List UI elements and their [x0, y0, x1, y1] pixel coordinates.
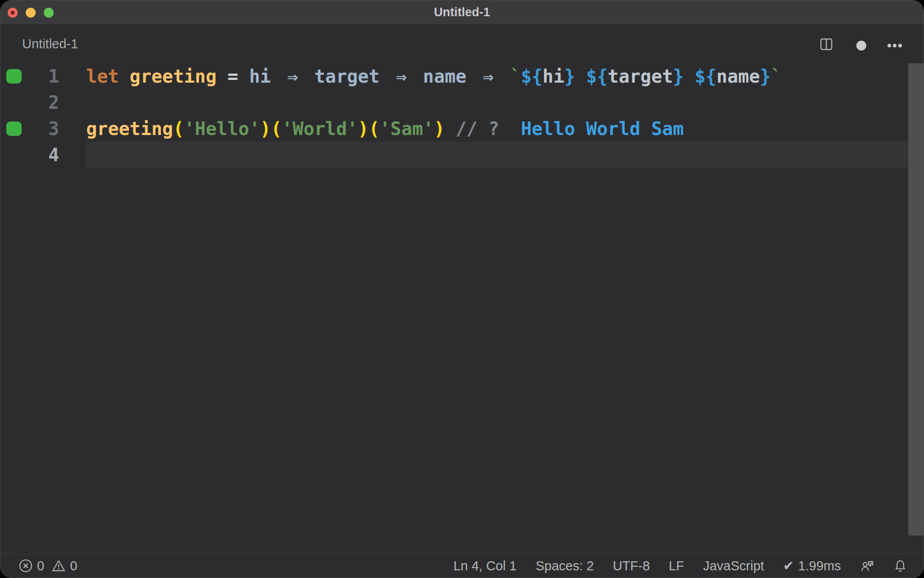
status-item-feedback[interactable]	[860, 559, 874, 573]
code-token: name	[423, 66, 467, 87]
code-token: `	[771, 66, 781, 87]
code-token: )	[434, 118, 445, 139]
code-token: let	[86, 66, 119, 87]
code-editor[interactable]: 1let greeting = hi ⇒ target ⇒ name ⇒ `${…	[0, 63, 924, 554]
split-editor-icon[interactable]	[819, 37, 833, 53]
status-item-label: 0	[70, 559, 77, 573]
traffic-lights	[8, 8, 54, 18]
code-token: (	[369, 118, 379, 139]
code-token: }	[564, 66, 575, 87]
code-token: target	[314, 66, 380, 87]
code-token: )	[260, 118, 271, 139]
zoom-button[interactable]	[44, 8, 54, 18]
code-token: (	[173, 118, 184, 139]
code-token: }	[673, 66, 684, 87]
code-token	[467, 66, 477, 87]
code-token: ${	[695, 66, 716, 87]
minimize-button[interactable]	[26, 8, 36, 18]
document-modified-dot	[11, 11, 15, 15]
code-token	[445, 118, 456, 139]
code-token	[304, 66, 314, 87]
status-item-label: LF	[669, 559, 684, 573]
status-item-eol-sequence[interactable]: LF	[669, 559, 684, 573]
code-line: 3greeting('Hello')('World')('Sam') // ? …	[0, 116, 924, 142]
status-bar: 00 Ln 4, Col 1Spaces: 2UTF-8LFJavaScript…	[0, 554, 924, 578]
status-item-warnings[interactable]: 0	[51, 559, 77, 573]
status-item-label: Spaces: 2	[536, 559, 594, 573]
code-token: greeting	[86, 118, 173, 139]
scrollbar-thumb[interactable]	[908, 63, 924, 536]
code-token	[379, 66, 390, 87]
code-token: hi	[543, 66, 564, 87]
warning-triangle-icon	[51, 559, 66, 573]
more-actions-icon[interactable]	[887, 44, 902, 47]
status-item-label: 0	[37, 559, 44, 573]
status-item-cursor-position[interactable]: Ln 4, Col 1	[453, 559, 517, 573]
code-token	[684, 66, 695, 87]
code-token: hi	[249, 66, 271, 87]
code-token: // ?	[456, 118, 499, 139]
code-token: 'Hello'	[184, 118, 260, 139]
bell-icon	[893, 559, 907, 573]
code-token	[119, 66, 129, 87]
code-token: ${	[521, 66, 542, 87]
code-line-content[interactable]: greeting('Hello')('World')('Sam') // ? H…	[86, 116, 908, 142]
window-title: Untitled-1	[0, 0, 924, 24]
status-item-encoding[interactable]: UTF-8	[613, 559, 650, 573]
status-item-language-mode[interactable]: JavaScript	[703, 559, 764, 573]
code-token	[575, 66, 586, 87]
status-bar-left: 00	[18, 559, 77, 573]
status-item-indentation[interactable]: Spaces: 2	[536, 559, 594, 573]
code-token	[499, 118, 521, 139]
status-item-label: Ln 4, Col 1	[453, 559, 517, 573]
status-item-quokka-run-time[interactable]: ✔1.99ms	[783, 558, 841, 573]
code-token: Hello World Sam	[521, 118, 684, 139]
error-circle-icon	[18, 559, 33, 573]
coverage-indicator	[6, 121, 22, 136]
code-token: =	[217, 66, 249, 87]
status-item-label: UTF-8	[613, 559, 650, 573]
tab-label[interactable]: Untitled-1	[22, 37, 78, 51]
code-token: greeting	[129, 66, 217, 87]
code-token: 'World'	[282, 118, 358, 139]
code-line: 2	[0, 89, 924, 116]
code-token: ${	[586, 66, 608, 87]
code-line-content[interactable]	[86, 89, 908, 116]
code-token	[271, 66, 282, 87]
check-icon: ✔	[783, 558, 794, 573]
code-token: `	[510, 66, 521, 87]
app-window: Untitled-1 Untitled-1 1let greeting = hi…	[0, 0, 924, 578]
line-number[interactable]: 2	[0, 89, 59, 116]
code-token: name	[716, 66, 760, 87]
code-line-content[interactable]: let greeting = hi ⇒ target ⇒ name ⇒ `${h…	[86, 63, 908, 89]
code-token: (	[271, 118, 282, 139]
code-token	[412, 66, 423, 87]
status-item-label: 1.99ms	[798, 559, 841, 573]
code-line-content[interactable]	[86, 142, 908, 168]
code-token: ⇒	[477, 63, 499, 89]
close-button[interactable]	[8, 8, 18, 18]
status-item-errors[interactable]: 0	[18, 559, 44, 573]
line-number[interactable]: 4	[0, 142, 59, 168]
code-token: 'Sam'	[379, 118, 434, 139]
code-token: }	[760, 66, 771, 87]
code-token	[499, 66, 510, 87]
feedback-icon	[860, 559, 874, 573]
code-token: target	[608, 66, 673, 87]
coverage-indicator	[6, 69, 22, 84]
code-token: )	[358, 118, 369, 139]
code-token: ⇒	[282, 63, 304, 89]
status-bar-right: Ln 4, Col 1Spaces: 2UTF-8LFJavaScript✔1.…	[453, 558, 907, 573]
unsaved-dot-indicator[interactable]	[856, 41, 866, 51]
titlebar: Untitled-1	[0, 0, 924, 25]
code-token: ⇒	[390, 63, 412, 89]
code-line: 4	[0, 142, 924, 168]
code-line: 1let greeting = hi ⇒ target ⇒ name ⇒ `${…	[0, 63, 924, 89]
editor-lines: 1let greeting = hi ⇒ target ⇒ name ⇒ `${…	[0, 63, 924, 554]
status-item-label: JavaScript	[703, 559, 764, 573]
editor-header: Untitled-1	[0, 25, 924, 63]
status-item-notifications[interactable]	[893, 559, 907, 573]
